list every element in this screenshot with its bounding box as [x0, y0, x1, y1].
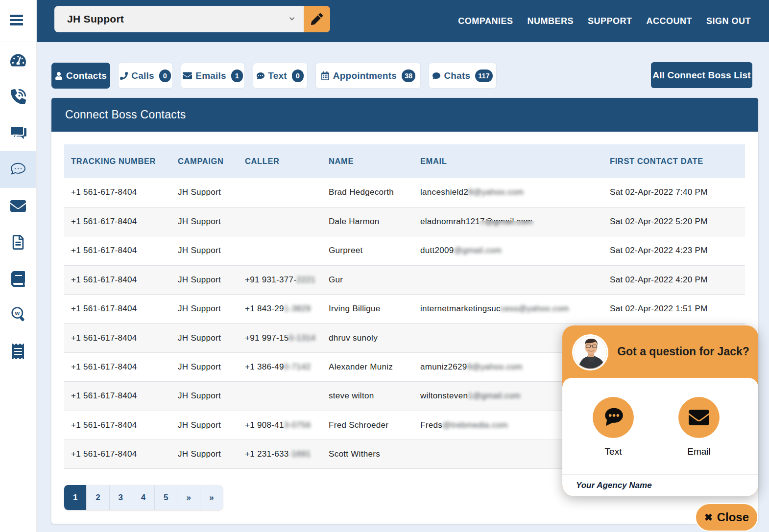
svg-text:w: w	[14, 310, 20, 317]
